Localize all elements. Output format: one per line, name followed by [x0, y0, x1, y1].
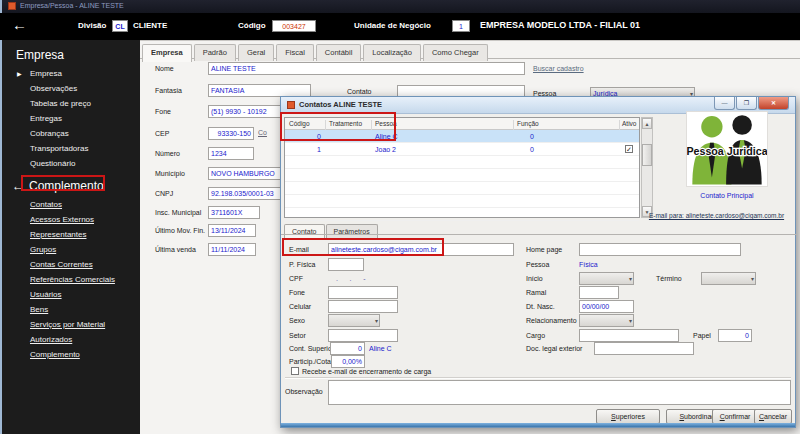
- col-funcao[interactable]: Função: [517, 120, 539, 127]
- tab-localizacao[interactable]: Localização: [363, 44, 421, 61]
- tab-contato[interactable]: Contato: [284, 224, 325, 239]
- dlg-fone-label: Fone: [289, 286, 305, 299]
- tab-parametros[interactable]: Parâmetros: [326, 224, 378, 238]
- unidade-label: Unidade de Negócio: [354, 21, 431, 30]
- cancelar-button[interactable]: Cancelar: [754, 409, 792, 424]
- sidebar-item-label: Cobranças: [30, 129, 69, 138]
- sidebar-item-grupos[interactable]: Grupos: [2, 242, 140, 257]
- municipio-label: Município: [155, 167, 185, 180]
- sidebar-item-entregas[interactable]: Entregas: [2, 111, 140, 126]
- tab-padrao[interactable]: Padrão: [194, 44, 236, 61]
- scroll-thumb[interactable]: [642, 144, 652, 166]
- divisao-code-field[interactable]: CL: [112, 20, 128, 32]
- sidebar-item-empresa[interactable]: ▶ Empresa: [2, 66, 140, 81]
- buscar-cadastro-link[interactable]: Buscar cadastro: [533, 65, 584, 72]
- cpf-label: CPF: [289, 272, 303, 285]
- inicio-combo[interactable]: ▾: [579, 272, 634, 285]
- relacionamento-combo[interactable]: ▾: [579, 314, 634, 327]
- minimize-button[interactable]: —: [714, 97, 735, 110]
- sidebar-section-complemento[interactable]: ←Complemento: [2, 171, 140, 197]
- maximize-button[interactable]: ❐: [736, 97, 757, 110]
- recebe-email-checkbox[interactable]: [291, 367, 299, 375]
- grid-row-aline[interactable]: 0 Aline C 0: [285, 130, 639, 143]
- ultima-venda-field[interactable]: 11/11/2024: [208, 243, 256, 256]
- close-button[interactable]: ✕: [758, 97, 789, 110]
- email-field[interactable]: alineteste.cardoso@cigam.com.br: [328, 243, 514, 256]
- sidebar-item-questionario[interactable]: Questionário: [2, 156, 140, 171]
- col-pessoa[interactable]: Pessoa: [375, 120, 397, 127]
- ultimo-mov-field[interactable]: 13/11/2024: [208, 224, 256, 237]
- sidebar-item-transportadoras[interactable]: Transportadoras: [2, 141, 140, 156]
- cell-pessoa: Aline C: [375, 131, 398, 142]
- grid-scrollbar[interactable]: ▲ ▼: [641, 117, 653, 218]
- sidebar-item-autorizados[interactable]: Autorizados: [2, 332, 140, 347]
- cont-superior-label: Cont. Superior: [289, 342, 334, 355]
- cargo-field[interactable]: [579, 329, 679, 342]
- homepage-label: Home page: [526, 243, 562, 256]
- sidebar-item-contatos[interactable]: Contatos: [2, 197, 140, 212]
- insc-municipal-label: Insc. Municipal: [155, 206, 201, 219]
- tab-geral[interactable]: Geral: [238, 44, 274, 61]
- cep-consulta-link[interactable]: Co: [258, 129, 267, 136]
- sexo-combo[interactable]: ▾: [328, 314, 380, 327]
- celular-field[interactable]: [328, 300, 398, 313]
- setor-field[interactable]: [328, 329, 398, 342]
- tab-fiscal[interactable]: Fiscal: [276, 44, 314, 61]
- numero-field[interactable]: 1234: [208, 147, 254, 160]
- cnpj-label: CNPJ: [155, 187, 173, 200]
- col-tratamento[interactable]: Tratamento: [329, 120, 362, 127]
- sidebar-item-servicos-por-material[interactable]: Serviços por Material: [2, 317, 140, 332]
- doc-legal-field[interactable]: [594, 342, 694, 355]
- cpf-mask-value: . . -: [336, 272, 366, 285]
- tab-empresa[interactable]: Empresa: [142, 44, 192, 62]
- col-ativo[interactable]: Ativo: [622, 120, 636, 127]
- setor-label: Setor: [289, 329, 306, 342]
- dtnasc-label: Dt. Nasc.: [526, 300, 555, 313]
- sidebar-item-tabelas-de-preco[interactable]: Tabelas de preço: [2, 96, 140, 111]
- divisao-label: Divisão: [78, 21, 106, 30]
- ativo-checkbox-checked[interactable]: ✓: [625, 145, 633, 153]
- sidebar-item-bens[interactable]: Bens: [2, 302, 140, 317]
- insc-municipal-field[interactable]: 3711601X: [208, 206, 260, 219]
- sidebar-item-cobrancas[interactable]: Cobranças: [2, 126, 140, 141]
- scroll-up-icon[interactable]: ▲: [642, 118, 652, 129]
- sidebar-item-observacoes[interactable]: Observações: [2, 81, 140, 96]
- back-arrow-icon[interactable]: ←: [12, 16, 27, 33]
- nome-field[interactable]: ALINE TESTE: [208, 62, 525, 75]
- email-para-link[interactable]: E-mail para: alineteste.cardoso@cigam.co…: [639, 209, 794, 222]
- dtnasc-field[interactable]: 00/00/00: [579, 300, 634, 313]
- superiores-button[interactable]: Superiores: [596, 409, 660, 424]
- sidebar-item-referencias-comerciais[interactable]: Referências Comerciais: [2, 272, 140, 287]
- grid-row-joao[interactable]: 1 Joao 2 0 ✓: [285, 143, 639, 156]
- confirmar-button[interactable]: Confirmar: [712, 409, 758, 424]
- grid-header: Código Tratamento Pessoa Função Ativo: [285, 118, 639, 130]
- pfisica-field[interactable]: [328, 258, 364, 271]
- dlg-fone-field[interactable]: [328, 286, 398, 299]
- papel-field[interactable]: 0: [718, 329, 752, 342]
- observacao-label: Observação: [285, 385, 323, 398]
- observacao-textarea[interactable]: [328, 380, 791, 405]
- sidebar-item-complemento[interactable]: Complemento: [2, 347, 140, 362]
- col-codigo[interactable]: Código: [289, 120, 310, 127]
- cep-field[interactable]: 93330-150: [208, 127, 254, 140]
- ramal-field[interactable]: [579, 286, 619, 299]
- contato-principal-link[interactable]: Contato Principal: [686, 189, 768, 202]
- sidebar-item-acessos-externos[interactable]: Acessos Externos: [2, 212, 140, 227]
- grid-empty-row: [285, 169, 639, 182]
- tab-como-chegar[interactable]: Como Chegar: [423, 44, 488, 61]
- sidebar-item-label: Usuários: [30, 290, 62, 299]
- sidebar-item-contas-correntes[interactable]: Contas Correntes: [2, 257, 140, 272]
- grid-empty-row: [285, 182, 639, 195]
- fone-label: Fone: [155, 105, 171, 118]
- termino-combo[interactable]: ▾: [701, 272, 756, 285]
- cell-funcao: 0: [530, 144, 534, 155]
- tab-contabil[interactable]: Contábil: [316, 44, 362, 61]
- homepage-field[interactable]: [579, 243, 741, 256]
- dialog-tabstrip: ContatoParâmetros: [284, 220, 379, 235]
- sidebar-item-usuarios[interactable]: Usuários: [2, 287, 140, 302]
- sidebar-item-label: Complemento: [30, 350, 80, 359]
- unidade-field[interactable]: 1: [452, 20, 470, 32]
- sidebar-item-representantes[interactable]: Representantes: [2, 227, 140, 242]
- codigo-field[interactable]: 003427: [272, 20, 316, 32]
- cont-superior-field[interactable]: 0: [330, 342, 365, 355]
